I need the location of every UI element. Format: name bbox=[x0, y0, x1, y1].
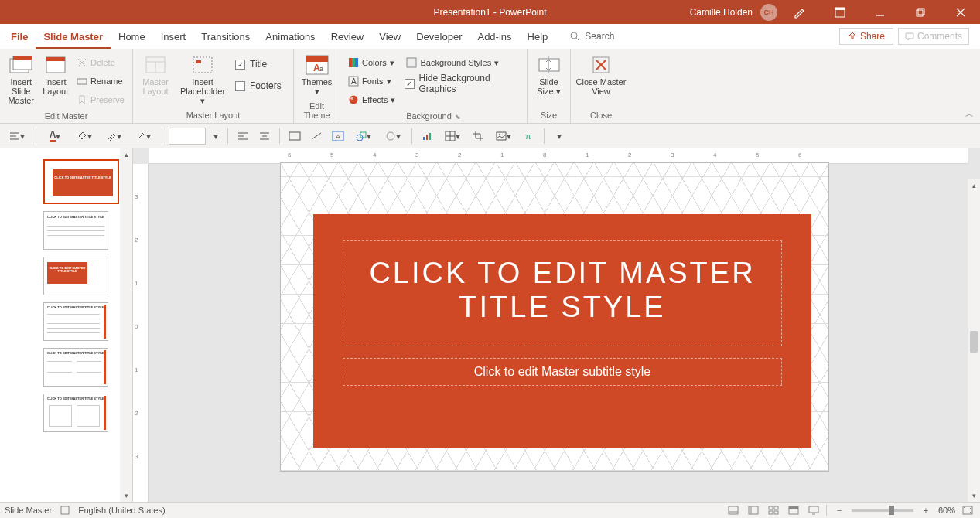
layout-thumbnail-2[interactable]: CLICK TO EDIT MASTER TITLE STYLE bbox=[43, 257, 108, 295]
more-button[interactable]: ▾ bbox=[551, 128, 568, 145]
subtitle-placeholder[interactable]: Click to edit Master subtitle style bbox=[343, 358, 782, 386]
status-bar: Slide Master English (United States) − +… bbox=[0, 502, 980, 518]
comments-button[interactable]: Comments bbox=[898, 28, 969, 45]
dialog-launcher-icon[interactable]: ⬊ bbox=[455, 113, 461, 121]
footers-checkbox[interactable]: Footers bbox=[230, 79, 286, 93]
svg-rect-66 bbox=[729, 506, 738, 514]
ribbon-tabs: File Slide Master Home Insert Transition… bbox=[0, 24, 980, 49]
tab-addins[interactable]: Add-ins bbox=[470, 24, 519, 49]
status-mode[interactable]: Slide Master bbox=[5, 506, 52, 515]
horizontal-ruler[interactable]: 6 5 4 3 2 1 0 1 2 3 4 5 6 bbox=[149, 148, 968, 164]
align-left-para-button[interactable] bbox=[234, 128, 251, 145]
table-button[interactable]: ▾ bbox=[440, 128, 465, 145]
layout-thumbnail-3[interactable]: CLICK TO EDIT MASTER TITLE STYLE bbox=[43, 302, 108, 341]
colors-button[interactable]: Colors ▾ bbox=[347, 54, 397, 71]
tab-view[interactable]: View bbox=[371, 24, 408, 49]
eyedropper-button[interactable]: ▾ bbox=[131, 128, 155, 145]
zoom-level[interactable]: 60% bbox=[938, 506, 955, 515]
layout-thumbnail-4[interactable]: CLICK TO EDIT MASTER TITLE STYLE bbox=[43, 348, 108, 387]
thumb-scrollbar[interactable]: ▴ ▾ bbox=[120, 148, 132, 502]
sorter-view-button[interactable] bbox=[766, 504, 781, 516]
collapse-ribbon-icon[interactable]: ︿ bbox=[965, 108, 974, 120]
slide-master-icon bbox=[9, 54, 33, 76]
tab-slide-master[interactable]: Slide Master bbox=[36, 24, 111, 49]
textbox-button[interactable]: A bbox=[330, 128, 347, 145]
shapes-button[interactable]: ▾ bbox=[351, 128, 376, 145]
insert-layout-button[interactable]: Insert Layout bbox=[40, 53, 70, 97]
close-button[interactable] bbox=[943, 0, 978, 24]
symbol-button[interactable]: π bbox=[521, 128, 538, 145]
fonts-button[interactable]: AFonts ▾ bbox=[347, 73, 397, 90]
insert-slide-master-button[interactable]: Insert Slide Master bbox=[3, 53, 39, 107]
reading-view-button[interactable] bbox=[786, 504, 801, 516]
accessibility-icon[interactable] bbox=[60, 505, 70, 516]
svg-point-32 bbox=[350, 96, 358, 104]
tab-help[interactable]: Help bbox=[520, 24, 556, 49]
tab-review[interactable]: Review bbox=[323, 24, 372, 49]
tab-developer[interactable]: Developer bbox=[408, 24, 470, 49]
hide-bg-checkbox[interactable]: ✓Hide Background Graphics bbox=[405, 73, 521, 94]
close-master-view-button[interactable]: Close Master View bbox=[574, 53, 628, 97]
group-label-background: Background⬊ bbox=[343, 110, 524, 122]
align-left-button[interactable]: ▾ bbox=[5, 128, 29, 145]
title-placeholder[interactable]: Click to edit Master title style bbox=[343, 240, 782, 346]
search-icon bbox=[569, 31, 580, 42]
canvas-scrollbar[interactable]: ▴ ▾ bbox=[968, 179, 980, 502]
scroll-down-icon[interactable]: ▾ bbox=[972, 489, 976, 502]
zoom-out-button[interactable]: − bbox=[831, 504, 847, 516]
vertical-ruler[interactable]: 3 2 1 0 1 2 3 bbox=[133, 164, 149, 502]
crop-button[interactable] bbox=[470, 128, 487, 145]
background-styles-button[interactable]: Background Styles ▾ bbox=[405, 54, 521, 71]
restore-button[interactable] bbox=[903, 0, 938, 24]
tab-animations[interactable]: Animations bbox=[258, 24, 323, 49]
tab-file[interactable]: File bbox=[3, 24, 36, 49]
zoom-in-button[interactable]: + bbox=[918, 504, 934, 516]
effects-button[interactable]: Effects ▾ bbox=[347, 91, 397, 108]
normal-view-button[interactable] bbox=[746, 504, 761, 516]
minimize-button[interactable] bbox=[862, 0, 898, 24]
share-button[interactable]: Share bbox=[839, 28, 893, 45]
slide-canvas[interactable]: Click to edit Master title style Click t… bbox=[280, 162, 829, 472]
tab-insert[interactable]: Insert bbox=[153, 24, 194, 49]
line-shape-button[interactable] bbox=[308, 128, 325, 145]
user-avatar[interactable]: CH bbox=[760, 4, 777, 21]
font-color-button[interactable]: A▾ bbox=[43, 128, 67, 145]
svg-rect-17 bbox=[77, 79, 87, 84]
thumbnail-pane[interactable]: CLICK TO EDIT MASTER TITLE STYLE CLICK T… bbox=[0, 148, 133, 502]
layout-thumbnail-5[interactable]: CLICK TO EDIT MASTER TITLE STYLE bbox=[43, 394, 108, 432]
scroll-down-icon[interactable]: ▾ bbox=[120, 489, 132, 502]
highlight-button[interactable]: ▾ bbox=[72, 128, 97, 145]
preserve-button[interactable]: Preserve bbox=[75, 91, 126, 108]
tell-me-search[interactable]: Search bbox=[569, 31, 614, 42]
notes-button[interactable] bbox=[726, 504, 741, 516]
scroll-up-icon[interactable]: ▴ bbox=[972, 179, 976, 192]
arrange-button[interactable]: ▾ bbox=[381, 128, 405, 145]
scroll-up-icon[interactable]: ▴ bbox=[120, 148, 132, 161]
svg-rect-14 bbox=[46, 57, 65, 61]
insert-placeholder-button[interactable]: Insert Placeholder ▾ bbox=[176, 53, 229, 107]
comment-icon bbox=[905, 32, 914, 41]
tab-home[interactable]: Home bbox=[111, 24, 153, 49]
zoom-slider[interactable] bbox=[852, 509, 913, 512]
delete-button[interactable]: Delete bbox=[75, 54, 126, 71]
master-thumbnail[interactable]: CLICK TO EDIT MASTER TITLE STYLE bbox=[43, 159, 119, 204]
slide-size-button[interactable]: Slide Size ▾ bbox=[531, 53, 567, 98]
svg-rect-34 bbox=[407, 58, 416, 67]
user-name[interactable]: Camille Holden bbox=[690, 7, 753, 18]
rename-button[interactable]: Rename bbox=[75, 73, 126, 90]
fit-to-window-button[interactable] bbox=[960, 504, 975, 516]
themes-button[interactable]: Aa Themes▾ bbox=[297, 53, 336, 98]
status-language[interactable]: English (United States) bbox=[78, 506, 166, 515]
picture-button[interactable]: ▾ bbox=[491, 128, 516, 145]
outline-button[interactable]: ▾ bbox=[101, 128, 126, 145]
chart-button[interactable] bbox=[418, 128, 435, 145]
tab-transitions[interactable]: Transitions bbox=[193, 24, 258, 49]
font-size-box[interactable] bbox=[169, 128, 206, 145]
layout-thumbnail-1[interactable]: CLICK TO EDIT MASTER TITLE STYLE bbox=[43, 211, 108, 250]
title-checkbox[interactable]: ✓Title bbox=[230, 57, 286, 71]
align-center-para-button[interactable] bbox=[256, 128, 273, 145]
rectangle-shape-button[interactable] bbox=[286, 128, 303, 145]
drawing-mode-icon[interactable] bbox=[782, 0, 818, 24]
ribbon-display-icon[interactable] bbox=[822, 0, 858, 24]
slideshow-button[interactable] bbox=[806, 504, 821, 516]
